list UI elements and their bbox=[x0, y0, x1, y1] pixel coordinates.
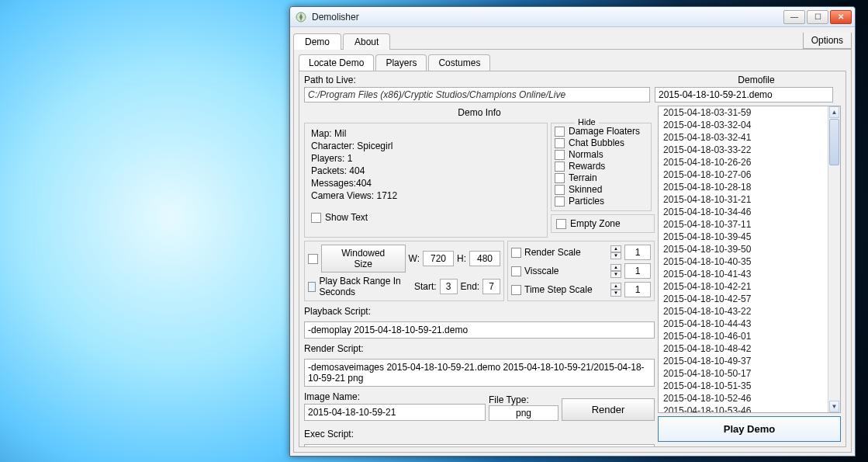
tab-demo[interactable]: Demo bbox=[293, 33, 341, 50]
height-label: H: bbox=[457, 253, 466, 264]
render-scale-checkbox[interactable] bbox=[511, 248, 521, 258]
demo-info-header: Demo Info bbox=[304, 106, 655, 120]
file-list-item[interactable]: 2015-04-18-10-42-57 bbox=[659, 293, 828, 305]
file-list-item[interactable]: 2015-04-18-10-49-37 bbox=[659, 355, 828, 367]
demo-info-panel: Map: Mil Character: Spicegirl Players: 1… bbox=[304, 123, 548, 238]
height-input[interactable]: 480 bbox=[469, 251, 500, 266]
file-list-item[interactable]: 2015-04-18-10-43-22 bbox=[659, 305, 828, 318]
end-input[interactable]: 7 bbox=[482, 279, 500, 294]
hide-checkbox[interactable] bbox=[555, 127, 565, 137]
maximize-button[interactable]: ☐ bbox=[807, 10, 828, 24]
tab-about[interactable]: About bbox=[343, 33, 390, 50]
hide-checkbox[interactable] bbox=[555, 185, 565, 195]
hide-checkbox[interactable] bbox=[555, 196, 565, 207]
info-players: Players: 1 bbox=[311, 153, 541, 164]
windowed-size-button[interactable]: Windowed Size bbox=[321, 245, 406, 273]
timestep-input[interactable]: 1 bbox=[624, 282, 651, 297]
file-list-item[interactable]: 2015-04-18-10-34-46 bbox=[659, 206, 828, 218]
info-character: Character: Spicegirl bbox=[311, 141, 541, 151]
image-name-input[interactable]: 2015-04-18-10-59-21 bbox=[304, 404, 486, 421]
file-list-item[interactable]: 2015-04-18-10-51-35 bbox=[659, 380, 828, 392]
file-list-item[interactable]: 2015-04-18-10-40-35 bbox=[659, 255, 828, 268]
file-list-item[interactable]: 2015-04-18-10-39-45 bbox=[659, 231, 828, 243]
hide-groupbox: Hide Damage FloatersChat BubblesNormalsR… bbox=[551, 123, 652, 211]
subtab-locate-demo[interactable]: Locate Demo bbox=[299, 54, 374, 71]
info-messages: Messages:404 bbox=[311, 178, 541, 189]
file-list-item[interactable]: 2015-04-18-10-31-21 bbox=[659, 193, 828, 206]
exec-script-label: Exec Script: bbox=[304, 427, 655, 441]
render-scale-spinner[interactable]: ▲▼ bbox=[610, 245, 621, 259]
hide-item-label: Damage Floaters bbox=[569, 126, 640, 137]
hide-checkbox[interactable] bbox=[555, 173, 565, 183]
play-demo-button[interactable]: Play Demo bbox=[658, 416, 841, 442]
file-list-item[interactable]: 2015-04-18-03-32-04 bbox=[659, 119, 828, 131]
show-text-checkbox[interactable] bbox=[311, 213, 321, 223]
hide-legend: Hide bbox=[575, 117, 599, 127]
windowed-size-checkbox[interactable] bbox=[308, 254, 318, 264]
hide-item-label: Rewards bbox=[569, 161, 605, 172]
width-input[interactable]: 720 bbox=[423, 251, 454, 266]
file-type-input[interactable]: png bbox=[489, 405, 558, 421]
file-list-item[interactable]: 2015-04-18-10-48-42 bbox=[659, 342, 828, 355]
scrollbar[interactable]: ▲ ▼ bbox=[828, 106, 840, 412]
timestep-checkbox[interactable] bbox=[511, 285, 521, 295]
path-to-live-input[interactable]: C:/Program Files (x86)/Cryptic Studios/C… bbox=[304, 87, 650, 102]
render-scale-input[interactable]: 1 bbox=[624, 245, 651, 260]
file-list-item[interactable]: 2015-04-18-10-26-26 bbox=[659, 156, 828, 168]
empty-zone-checkbox[interactable] bbox=[556, 219, 566, 229]
demofile-label: Demofile bbox=[672, 75, 841, 85]
file-list-item[interactable]: 2015-04-18-10-27-06 bbox=[659, 168, 828, 181]
timestep-spinner[interactable]: ▲▼ bbox=[610, 283, 621, 297]
visscale-checkbox[interactable] bbox=[511, 266, 521, 276]
subtab-players[interactable]: Players bbox=[375, 54, 427, 71]
hide-checkbox[interactable] bbox=[555, 150, 565, 160]
empty-zone-label: Empty Zone bbox=[570, 218, 621, 229]
file-list-item[interactable]: 2015-04-18-10-37-11 bbox=[659, 218, 828, 231]
exec-script-input[interactable] bbox=[304, 444, 655, 446]
file-list-item[interactable]: 2015-04-18-03-32-41 bbox=[659, 131, 828, 144]
render-button[interactable]: Render bbox=[562, 398, 655, 421]
file-list-item[interactable]: 2015-04-18-03-33-22 bbox=[659, 144, 828, 156]
render-script-input[interactable]: -demosaveimages 2015-04-18-10-59-21.demo… bbox=[304, 359, 655, 387]
scroll-down-icon[interactable]: ▼ bbox=[829, 401, 839, 412]
options-button[interactable]: Options bbox=[803, 33, 852, 49]
start-input[interactable]: 3 bbox=[440, 279, 458, 294]
render-scale-label: Render Scale bbox=[524, 247, 607, 258]
titlebar[interactable]: Demolisher ― ☐ ✕ bbox=[290, 7, 855, 27]
file-list-item[interactable]: 2015-04-18-03-31-59 bbox=[659, 106, 828, 119]
hide-item-label: Normals bbox=[569, 149, 603, 160]
playback-range-label: Play Back Range In Seconds bbox=[319, 276, 411, 297]
visscale-label: Visscale bbox=[524, 266, 607, 276]
file-list-item[interactable]: 2015-04-18-10-28-18 bbox=[659, 181, 828, 193]
minimize-button[interactable]: ― bbox=[783, 10, 805, 24]
width-label: W: bbox=[409, 253, 420, 264]
info-camera-views: Camera Views: 1712 bbox=[311, 190, 541, 201]
visscale-spinner[interactable]: ▲▼ bbox=[610, 264, 621, 278]
info-packets: Packets: 404 bbox=[311, 165, 541, 176]
file-list-item[interactable]: 2015-04-18-10-46-01 bbox=[659, 330, 828, 342]
start-label: Start: bbox=[414, 281, 437, 292]
image-name-label: Image Name: bbox=[304, 390, 486, 404]
file-list-item[interactable]: 2015-04-18-10-42-21 bbox=[659, 280, 828, 293]
playback-script-input[interactable]: -demoplay 2015-04-18-10-59-21.demo bbox=[304, 321, 655, 339]
visscale-input[interactable]: 1 bbox=[624, 263, 651, 279]
close-button[interactable]: ✕ bbox=[830, 10, 852, 24]
file-list-item[interactable]: 2015-04-18-10-53-46 bbox=[659, 405, 828, 413]
subtab-costumes[interactable]: Costumes bbox=[428, 54, 490, 71]
scroll-up-icon[interactable]: ▲ bbox=[829, 106, 839, 118]
demofile-list[interactable]: 2015-04-18-03-31-592015-04-18-03-32-0420… bbox=[658, 106, 841, 413]
file-list-item[interactable]: 2015-04-18-10-52-46 bbox=[659, 392, 828, 405]
hide-checkbox[interactable] bbox=[555, 162, 565, 172]
hide-checkbox[interactable] bbox=[555, 138, 565, 148]
end-label: End: bbox=[461, 281, 480, 292]
app-window: Demolisher ― ☐ ✕ Demo About Options Loca… bbox=[289, 6, 856, 457]
scroll-thumb[interactable] bbox=[829, 119, 839, 165]
path-to-live-label: Path to Live: bbox=[304, 75, 672, 85]
file-list-item[interactable]: 2015-04-18-10-50-17 bbox=[659, 367, 828, 380]
file-list-item[interactable]: 2015-04-18-10-39-50 bbox=[659, 243, 828, 255]
file-list-item[interactable]: 2015-04-18-10-44-43 bbox=[659, 318, 828, 330]
demofile-input[interactable]: 2015-04-18-10-59-21.demo bbox=[655, 87, 833, 102]
render-script-label: Render Script: bbox=[304, 342, 655, 356]
file-list-item[interactable]: 2015-04-18-10-41-43 bbox=[659, 268, 828, 280]
playback-range-checkbox[interactable] bbox=[308, 282, 316, 292]
